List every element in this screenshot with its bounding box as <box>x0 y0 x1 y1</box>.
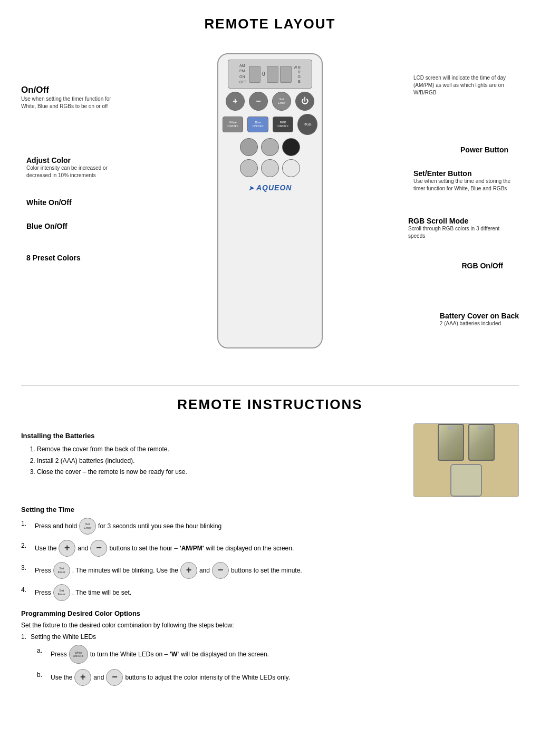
step-4-content: Press SetEnter . The time will be set. <box>35 584 519 601</box>
lcd-body: LCD screen will indicate the time of day… <box>413 74 519 96</box>
white-b-and: and <box>93 674 104 681</box>
set-enter-inline-1: SetEnter <box>79 518 96 535</box>
label-rgb-scroll: RGB Scroll Mode Scroll through RGB color… <box>408 217 514 240</box>
step-3-text-b: . The minutes will be blinking. Use the <box>72 567 178 574</box>
rgb-on-off-button[interactable]: RGBON/OFF <box>273 117 293 132</box>
step-2-text-a: Use the <box>35 545 56 552</box>
step-2-text-c: buttons to set the hour – <box>109 545 177 552</box>
preset-color-1[interactable] <box>240 138 258 156</box>
minus-button[interactable]: − <box>249 92 268 111</box>
programming-intro: Set the fixture to the desired color com… <box>21 622 519 629</box>
white-led-num: 1. <box>21 633 26 641</box>
white-step-a-letter: a. <box>37 645 47 654</box>
remote-diagram: On/Off Use when setting the timer functi… <box>21 43 519 370</box>
install-batteries-text: Installing the Batteries Remove the cove… <box>21 423 403 497</box>
white-b-text-2: buttons to adjust the color intensity of… <box>125 674 290 681</box>
time-step-2: 2. Use the + and − buttons to set the ho… <box>21 540 519 557</box>
preset-colors-grid <box>240 138 300 177</box>
plus-inline-2: + <box>59 540 75 557</box>
rgb-scroll-button[interactable]: RGB <box>297 114 317 135</box>
white-step-b-letter: b. <box>37 669 47 679</box>
white-on-off-inline: WhiteON/OFF <box>69 645 88 664</box>
white-on-off-button[interactable]: WhiteON/OFF <box>223 117 243 132</box>
white-step-a: a. Press WhiteON/OFF to turn the White L… <box>37 645 519 664</box>
install-step-3: Close the cover – the remote is now be r… <box>37 467 403 478</box>
aqueon-logo: ➤ AQUEON <box>248 183 292 192</box>
programming-section: Programming Desired Color Options Set th… <box>21 609 519 686</box>
install-batteries-layout: Installing the Batteries Remove the cove… <box>21 423 519 497</box>
minus-inline-b: − <box>106 669 123 686</box>
label-rgb-on-off: RGB On/Off <box>461 261 503 270</box>
battery-cover-visual <box>450 464 482 497</box>
label-white-on-off: White On/Off <box>26 198 72 207</box>
page: REMOTE LAYOUT On/Off Use when setting th… <box>0 0 540 702</box>
white-step-b-content: Use the + and − buttons to adjust the co… <box>51 669 519 686</box>
minus-inline-2: − <box>90 540 107 557</box>
preset-color-5[interactable] <box>261 159 279 177</box>
preset-color-4[interactable] <box>240 159 258 177</box>
remote-body: AM PM ON OFF 0 W B <box>217 53 323 348</box>
on-off-title: On/Off <box>21 85 127 95</box>
blue-on-off-title: Blue On/Off <box>26 222 68 230</box>
time-step-4: 4. Press SetEnter . The time will be set… <box>21 584 519 601</box>
battery-photo <box>413 423 519 497</box>
label-battery: Battery Cover on Back 2 (AAA) batteries … <box>440 312 519 327</box>
label-8-preset: 8 Preset Colors <box>26 254 81 262</box>
setting-time-section: Setting the Time 1. Press and hold SetEn… <box>21 506 519 601</box>
white-a-text-3: will be displayed on the screen. <box>181 651 269 658</box>
step-4-text-b: . The time will be set. <box>72 589 132 596</box>
remote-layout-section: REMOTE LAYOUT On/Off Use when setting th… <box>21 16 519 370</box>
white-led-header: 1. Setting the White LEDs <box>21 633 519 641</box>
time-step-1: 1. Press and hold SetEnter for 3 seconds… <box>21 518 519 535</box>
white-step-a-content: Press WhiteON/OFF to turn the White LEDs… <box>51 645 519 664</box>
install-step-2: Install 2 (AAA) batteries (included). <box>37 455 403 467</box>
white-a-w: 'W' <box>170 651 179 658</box>
power-button[interactable]: ⏻ <box>295 92 314 111</box>
8-preset-title: 8 Preset Colors <box>26 254 81 262</box>
step-num-2: 2. <box>21 540 32 549</box>
preset-color-3[interactable] <box>282 138 300 156</box>
install-step-1: Remove the cover from the back of the re… <box>37 444 403 455</box>
step-2-ampm: 'AM/PM' <box>180 545 204 552</box>
instructions-section: REMOTE INSTRUCTIONS Installing the Batte… <box>21 385 519 686</box>
rgb-scroll-title: RGB Scroll Mode <box>408 217 514 225</box>
step-3-text-c: buttons to set the minute. <box>231 567 302 574</box>
on-off-body: Use when setting the timer function for … <box>21 95 127 110</box>
plus-inline-b: + <box>74 669 91 686</box>
label-on-off: On/Off Use when setting the timer functi… <box>21 85 127 110</box>
programming-heading: Programming Desired Color Options <box>21 609 519 617</box>
install-batteries-list: Remove the cover from the back of the re… <box>37 444 403 478</box>
white-a-text-2: to turn the White LEDs on – <box>90 651 168 658</box>
preset-color-6[interactable] <box>282 159 300 177</box>
step-1-text-b: for 3 seconds until you see the hour bli… <box>98 522 221 530</box>
color-control-row: WhiteON/OFF BlueON/OFF RGBON/OFF RGB <box>223 114 317 135</box>
adjust-color-body: Color intensity can be increased or decr… <box>26 164 132 179</box>
rgb-on-off-title: RGB On/Off <box>461 261 503 270</box>
set-enter-title: Set/Enter Button <box>413 169 519 178</box>
plus-button[interactable]: + <box>226 92 245 111</box>
set-enter-inline-4: SetEnter <box>53 584 70 601</box>
power-title: Power Button <box>460 146 508 154</box>
label-power: Power Button <box>460 146 508 154</box>
white-a-text-1: Press <box>51 651 67 658</box>
label-adjust-color: Adjust Color Color intensity can be incr… <box>26 156 132 179</box>
battery-visual <box>438 424 495 461</box>
set-enter-body: Use when setting the time and storing th… <box>413 178 519 192</box>
instructions-title: REMOTE INSTRUCTIONS <box>21 396 519 413</box>
step-2-text-d: will be displayed on the screen. <box>206 545 294 552</box>
minus-inline-3: − <box>212 562 229 579</box>
step-3-text-a: Press <box>35 567 51 574</box>
battery-body: 2 (AAA) batteries included <box>440 320 519 327</box>
setting-time-heading: Setting the Time <box>21 506 519 513</box>
blue-on-off-button[interactable]: BlueON/OFF <box>247 117 268 132</box>
preset-color-2[interactable] <box>261 138 279 156</box>
step-3-and: and <box>199 567 210 574</box>
white-led-text: Setting the White LEDs <box>31 633 96 641</box>
step-num-1: 1. <box>21 518 32 527</box>
set-enter-inline-3: SetEnter <box>53 562 70 579</box>
step-num-4: 4. <box>21 584 32 594</box>
install-batteries-heading: Installing the Batteries <box>21 432 403 440</box>
battery-cell-1 <box>438 424 464 461</box>
white-sub-steps: a. Press WhiteON/OFF to turn the White L… <box>37 645 519 686</box>
set-enter-button[interactable]: SetEnter <box>272 92 291 111</box>
